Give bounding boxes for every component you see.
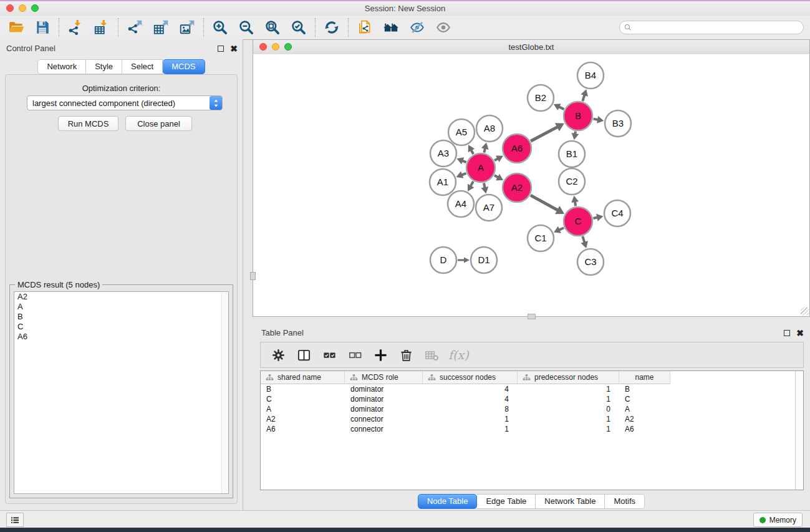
- graph-edge[interactable]: [471, 150, 473, 154]
- table-cell: dominator: [345, 384, 423, 394]
- zoom-out-icon[interactable]: [238, 19, 255, 36]
- table-cell: 8: [423, 404, 518, 414]
- graph-edge[interactable]: [593, 218, 597, 218]
- network-window-titlebar[interactable]: testGlobe.txt: [253, 40, 809, 55]
- deselect-all-icon[interactable]: [346, 346, 364, 364]
- app-window: Session: New Session Control Panel ✖ Net…: [0, 0, 810, 532]
- search-input[interactable]: [635, 22, 799, 32]
- table-panel: Table Panel ✖ f(x) shared nameMCDS roles…: [253, 324, 810, 510]
- graph-edge[interactable]: [559, 107, 564, 109]
- mcds-result-groupbox: MCDS result (5 nodes) A2ABCA6: [9, 284, 233, 498]
- column-header-MCDS-role[interactable]: MCDS role: [345, 371, 423, 384]
- graph-edge[interactable]: [462, 161, 466, 162]
- zoom-fit-icon[interactable]: [264, 19, 281, 36]
- network-graph[interactable]: AA1A2A3A4A5A6A7A8BB1B2B3B4CC1C2C3C4DD1: [253, 54, 809, 316]
- criterion-select[interactable]: largest connected component (directed): [27, 95, 223, 110]
- open-session-icon[interactable]: [7, 19, 25, 36]
- column-header-label: predecessor nodes: [534, 373, 598, 382]
- node-label: A6: [511, 143, 523, 153]
- column-header-successor-nodes[interactable]: successor nodes: [423, 371, 518, 384]
- tab-node-table[interactable]: Node Table: [418, 494, 478, 509]
- network-canvas[interactable]: AA1A2A3A4A5A6A7A8BB1B2B3B4CC1C2C3C4DD1: [253, 54, 809, 316]
- zoom-selected-icon[interactable]: [290, 19, 307, 36]
- import-table-icon[interactable]: [93, 19, 110, 36]
- node-table[interactable]: shared nameMCDS rolesuccessor nodesprede…: [260, 370, 804, 490]
- select-all-icon[interactable]: [321, 346, 338, 364]
- graph-edge[interactable]: [531, 127, 557, 141]
- splitter-handle-left[interactable]: [250, 272, 256, 280]
- table-row[interactable]: A6connector11A6: [261, 424, 803, 434]
- graph-edge[interactable]: [484, 183, 485, 188]
- node-label: A1: [437, 177, 448, 187]
- table-row[interactable]: A2connector11A2: [261, 414, 803, 424]
- settings-icon[interactable]: [269, 346, 287, 364]
- graph-edge[interactable]: [531, 195, 558, 210]
- list-scrollbar[interactable]: [221, 292, 228, 493]
- eye-icon[interactable]: [435, 19, 452, 36]
- graph-edge[interactable]: [559, 228, 564, 230]
- memory-button[interactable]: Memory: [753, 513, 803, 527]
- tab-edge-table[interactable]: Edge Table: [477, 494, 536, 509]
- table-row[interactable]: Bdominator41B: [261, 384, 803, 394]
- resize-grip-icon[interactable]: [801, 307, 809, 316]
- mcds-result-item[interactable]: A: [14, 302, 228, 312]
- table-row[interactable]: Adominator80A: [261, 404, 803, 414]
- graph-edge[interactable]: [582, 95, 584, 101]
- close-panel-button[interactable]: Close panel: [125, 116, 192, 131]
- table-cell: 4: [423, 394, 518, 404]
- export-image-icon[interactable]: [178, 19, 196, 36]
- delete-table-icon[interactable]: [423, 346, 440, 364]
- home-icon[interactable]: [382, 19, 400, 36]
- column-header-predecessor-nodes[interactable]: predecessor nodes: [518, 371, 619, 384]
- clone-network-icon[interactable]: [356, 19, 374, 36]
- column-header-shared-name[interactable]: shared name: [261, 371, 345, 384]
- refresh-icon[interactable]: [323, 19, 340, 36]
- graph-edge[interactable]: [471, 181, 473, 186]
- graph-edge[interactable]: [594, 119, 599, 120]
- column-header-label: shared name: [277, 373, 321, 382]
- float-panel-icon[interactable]: [218, 46, 224, 52]
- node-label: C4: [611, 208, 623, 218]
- mcds-result-item[interactable]: B: [14, 312, 228, 322]
- tab-network[interactable]: Network: [37, 59, 86, 74]
- add-icon[interactable]: [372, 346, 389, 364]
- toolbar-group: [0, 18, 59, 37]
- hide-labels-icon[interactable]: [408, 19, 426, 36]
- delete-icon[interactable]: [397, 346, 415, 364]
- table-cell: A2: [619, 414, 670, 424]
- run-mcds-button[interactable]: Run MCDS: [58, 116, 118, 131]
- columns-icon[interactable]: [295, 346, 312, 364]
- table-toolbar: f(x): [260, 342, 804, 368]
- table-close-panel-icon[interactable]: ✖: [796, 330, 804, 336]
- graph-edge[interactable]: [461, 173, 466, 175]
- splitter-handle-bottom[interactable]: [528, 314, 536, 319]
- table-scrollbar[interactable]: [795, 371, 803, 490]
- export-network-icon[interactable]: [126, 19, 143, 36]
- mcds-result-list[interactable]: A2ABCA6: [14, 291, 229, 494]
- tab-style[interactable]: Style: [86, 59, 122, 74]
- tab-select[interactable]: Select: [122, 59, 163, 74]
- table-float-panel-icon[interactable]: [784, 330, 790, 336]
- function-builder-icon[interactable]: f(x): [448, 348, 469, 362]
- export-table-icon[interactable]: [152, 19, 170, 36]
- graph-edge[interactable]: [494, 175, 498, 177]
- graph-edge[interactable]: [582, 236, 584, 243]
- zoom-in-icon[interactable]: [211, 19, 229, 36]
- save-session-icon[interactable]: [34, 19, 51, 36]
- mcds-result-item[interactable]: A6: [14, 332, 228, 342]
- tab-motifs[interactable]: Motifs: [605, 494, 645, 509]
- table-cell: 1: [423, 414, 518, 424]
- column-header-name[interactable]: name: [619, 371, 670, 384]
- search-box[interactable]: [619, 21, 804, 34]
- import-network-icon[interactable]: [67, 19, 84, 36]
- table-row[interactable]: Cdominator41C: [261, 394, 803, 404]
- tab-network-table[interactable]: Network Table: [536, 494, 605, 509]
- mcds-result-item[interactable]: A2: [14, 292, 228, 302]
- graph-edge[interactable]: [484, 148, 485, 153]
- graph-edge[interactable]: [575, 201, 576, 206]
- mcds-result-item[interactable]: C: [14, 322, 228, 332]
- task-history-button[interactable]: [6, 513, 24, 527]
- close-panel-icon[interactable]: ✖: [230, 46, 238, 52]
- tab-mcds[interactable]: MCDS: [163, 59, 205, 74]
- control-panel-tabs: NetworkStyleSelectMCDS: [37, 59, 205, 74]
